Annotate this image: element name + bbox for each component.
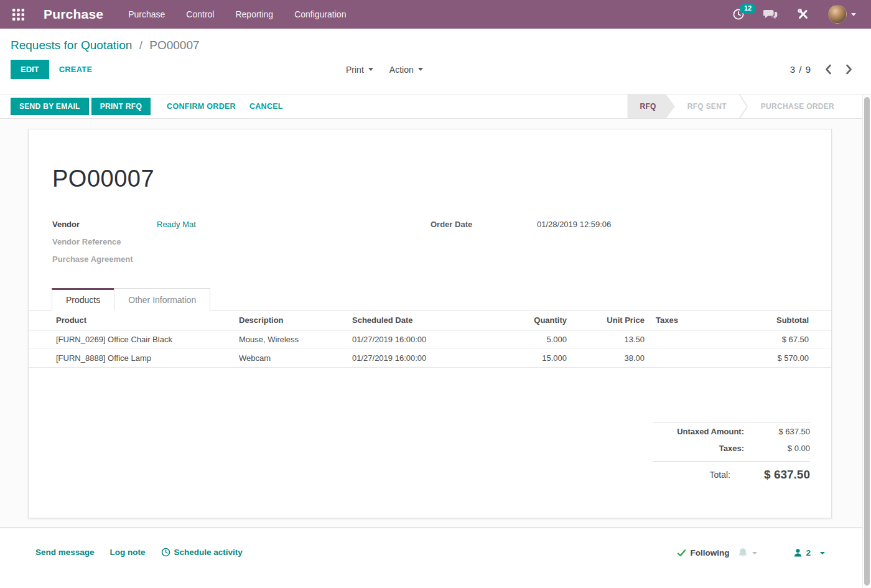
taxes-label: Taxes: [653, 444, 755, 453]
tab-other-information[interactable]: Other Information [114, 288, 210, 310]
col-header-quantity[interactable]: Quantity [477, 310, 567, 330]
form-view-area: PO00007 Vendor Ready Mat Vendor Referenc… [0, 119, 871, 527]
top-navbar: Purchase Purchase Control Reporting Conf… [0, 0, 871, 29]
action-dropdown-label: Action [389, 65, 414, 75]
notebook-tabs: Products Other Information [29, 288, 831, 310]
confirm-order-button[interactable]: CONFIRM ORDER [167, 102, 236, 111]
cell-quantity[interactable]: 5.000 [477, 330, 567, 348]
chevron-down-icon [851, 13, 856, 16]
following-toggle[interactable]: Following [678, 548, 729, 558]
order-line-row[interactable]: [FURN_8888] Office Lamp Webcam 01/27/201… [29, 348, 831, 367]
col-header-subtotal[interactable]: Subtotal [713, 310, 831, 330]
cell-taxes[interactable] [645, 348, 713, 367]
action-dropdown[interactable]: Action [389, 65, 423, 75]
edit-button[interactable]: EDIT [11, 60, 49, 79]
check-icon [678, 549, 686, 557]
chevron-right-icon [845, 64, 852, 75]
scrollbar-thumb[interactable] [864, 97, 870, 586]
cell-scheduled-date[interactable]: 01/27/2019 16:00:00 [352, 330, 477, 348]
send-by-email-button[interactable]: SEND BY EMAIL [11, 98, 89, 115]
app-brand-title[interactable]: Purchase [44, 7, 103, 22]
pager-previous-button[interactable] [825, 64, 832, 75]
taxes-value: $ 0.00 [755, 444, 810, 453]
untaxed-amount-label: Untaxed Amount: [653, 427, 755, 436]
following-label: Following [690, 548, 729, 558]
cell-subtotal[interactable]: $ 570.00 [713, 348, 831, 367]
menu-item-configuration[interactable]: Configuration [294, 9, 346, 19]
cell-unit-price[interactable]: 38.00 [567, 348, 645, 367]
chevron-down-icon [368, 68, 373, 71]
messages-button[interactable] [763, 8, 778, 21]
col-header-description[interactable]: Description [239, 310, 352, 330]
create-button[interactable]: CREATE [59, 65, 93, 74]
control-panel: Requests for Quotation / PO00007 EDIT CR… [0, 29, 871, 94]
chevron-down-icon [820, 552, 825, 554]
schedule-activity-button[interactable]: Schedule activity [161, 548, 243, 557]
vertical-scrollbar[interactable] [862, 95, 871, 588]
log-note-button[interactable]: Log note [110, 548, 146, 557]
user-menu[interactable] [828, 5, 856, 24]
cell-description[interactable]: Mouse, Wireless [239, 330, 352, 348]
print-dropdown-label: Print [346, 65, 364, 75]
navbar-systray: 12 [732, 5, 861, 24]
person-icon [793, 548, 803, 558]
apps-grid-icon[interactable] [4, 0, 32, 29]
cell-description[interactable]: Webcam [239, 348, 352, 367]
menu-item-reporting[interactable]: Reporting [235, 9, 273, 19]
activities-button[interactable]: 12 [732, 8, 745, 21]
cell-product[interactable]: [FURN_8888] Office Lamp [29, 348, 239, 367]
subscription-bell-dropdown[interactable] [738, 548, 757, 558]
cell-unit-price[interactable]: 13.50 [567, 330, 645, 348]
col-header-unit-price[interactable]: Unit Price [567, 310, 645, 330]
send-message-button[interactable]: Send message [35, 548, 95, 557]
col-header-taxes[interactable]: Taxes [645, 310, 713, 330]
status-step-rfq[interactable]: RFQ [627, 95, 674, 118]
vendor-value-link[interactable]: Ready Mat [157, 220, 196, 229]
clock-icon [161, 548, 170, 557]
purchase-agreement-label: Purchase Agreement [52, 254, 157, 264]
form-sheet: PO00007 Vendor Ready Mat Vendor Referenc… [28, 129, 832, 518]
record-title: PO00007 [52, 163, 831, 194]
tab-products[interactable]: Products [52, 288, 114, 310]
breadcrumb-parent-link[interactable]: Requests for Quotation [11, 39, 132, 52]
step-separator-chevron [739, 95, 748, 118]
menu-item-purchase[interactable]: Purchase [128, 9, 165, 19]
cell-product[interactable]: [FURN_0269] Office Chair Black [29, 330, 239, 348]
print-dropdown[interactable]: Print [346, 65, 373, 75]
pager-counter: 3 / 9 [790, 64, 811, 75]
col-header-scheduled-date[interactable]: Scheduled Date [352, 310, 477, 330]
apps-grid-glyph [12, 9, 24, 21]
status-step-purchase-order[interactable]: PURCHASE ORDER [748, 95, 847, 118]
total-value: $ 637.50 [742, 468, 810, 482]
bell-icon [738, 548, 748, 558]
print-rfq-button[interactable]: PRINT RFQ [91, 98, 151, 115]
order-lines-table: Product Description Scheduled Date Quant… [29, 310, 831, 368]
cell-subtotal[interactable]: $ 67.50 [713, 330, 831, 348]
vendor-reference-label: Vendor Reference [52, 237, 157, 246]
menu-item-control[interactable]: Control [186, 9, 214, 19]
table-header-row: Product Description Scheduled Date Quant… [29, 310, 831, 330]
untaxed-amount-value: $ 637.50 [755, 427, 810, 436]
chevron-down-icon [752, 552, 757, 554]
chatter: Send message Log note Schedule activity … [0, 528, 871, 588]
cancel-button[interactable]: CANCEL [249, 102, 283, 111]
pager-next-button[interactable] [845, 64, 852, 75]
user-avatar [828, 5, 847, 24]
cell-scheduled-date[interactable]: 01/27/2019 16:00:00 [352, 348, 477, 367]
col-header-product[interactable]: Product [29, 310, 239, 330]
chat-bubbles-icon [763, 8, 778, 21]
main-menu: Purchase Control Reporting Configuration [128, 9, 346, 19]
breadcrumb-separator: / [139, 39, 142, 52]
breadcrumb: Requests for Quotation / PO00007 [11, 37, 852, 54]
activity-count-badge: 12 [740, 4, 756, 14]
schedule-activity-label: Schedule activity [174, 548, 243, 557]
cell-taxes[interactable] [645, 330, 713, 348]
order-line-row[interactable]: [FURN_0269] Office Chair Black Mouse, Wi… [29, 330, 831, 348]
vendor-label: Vendor [52, 220, 157, 229]
cell-quantity[interactable]: 15.000 [477, 348, 567, 367]
followers-count: 2 [806, 548, 811, 558]
tools-button[interactable] [797, 8, 809, 21]
followers-button[interactable]: 2 [793, 548, 825, 558]
total-label: Total: [653, 470, 742, 480]
status-step-rfq-sent[interactable]: RFQ SENT [675, 95, 739, 118]
